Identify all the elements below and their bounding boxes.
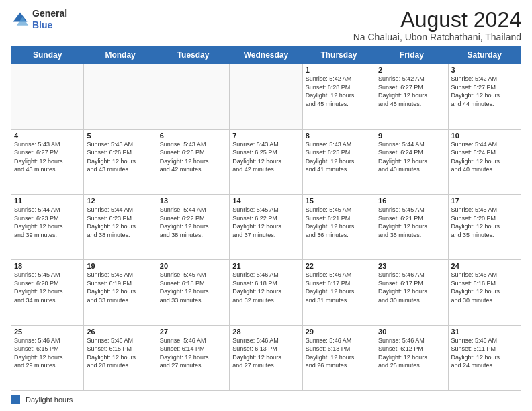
day-number: 10 — [451, 132, 518, 140]
day-info: Sunrise: 5:45 AM Sunset: 6:21 PM Dayligh… — [306, 205, 372, 239]
logo-text: General Blue — [32, 8, 67, 31]
main-title: August 2024 — [353, 8, 521, 32]
day-number: 4 — [14, 132, 81, 140]
day-number: 25 — [14, 328, 81, 336]
day-number: 11 — [14, 197, 81, 205]
calendar-cell: 25Sunrise: 5:46 AM Sunset: 6:15 PM Dayli… — [11, 325, 84, 390]
day-info: Sunrise: 5:44 AM Sunset: 6:24 PM Dayligh… — [451, 140, 518, 174]
calendar-cell: 7Sunrise: 5:43 AM Sunset: 6:25 PM Daylig… — [230, 129, 302, 194]
calendar-cell: 28Sunrise: 5:46 AM Sunset: 6:13 PM Dayli… — [230, 325, 302, 390]
day-info: Sunrise: 5:46 AM Sunset: 6:16 PM Dayligh… — [451, 271, 518, 304]
calendar-cell: 26Sunrise: 5:46 AM Sunset: 6:15 PM Dayli… — [84, 325, 157, 390]
calendar-cell — [84, 64, 157, 129]
calendar-cell: 24Sunrise: 5:46 AM Sunset: 6:16 PM Dayli… — [448, 260, 521, 325]
day-info: Sunrise: 5:44 AM Sunset: 6:23 PM Dayligh… — [14, 205, 81, 239]
calendar-cell: 18Sunrise: 5:45 AM Sunset: 6:20 PM Dayli… — [11, 260, 84, 325]
day-number: 14 — [232, 197, 299, 205]
calendar-cell: 19Sunrise: 5:45 AM Sunset: 6:19 PM Dayli… — [84, 260, 157, 325]
calendar-cell: 21Sunrise: 5:46 AM Sunset: 6:18 PM Dayli… — [230, 260, 302, 325]
day-number: 8 — [306, 132, 372, 140]
legend-label: Daylight hours — [26, 396, 73, 404]
calendar-cell: 9Sunrise: 5:44 AM Sunset: 6:24 PM Daylig… — [375, 129, 448, 194]
calendar-week-1: 1Sunrise: 5:42 AM Sunset: 6:28 PM Daylig… — [11, 64, 521, 129]
day-number: 28 — [232, 328, 299, 336]
day-number: 18 — [14, 262, 81, 270]
day-info: Sunrise: 5:44 AM Sunset: 6:24 PM Dayligh… — [378, 140, 445, 174]
day-number: 12 — [87, 197, 153, 205]
calendar-cell: 27Sunrise: 5:46 AM Sunset: 6:14 PM Dayli… — [157, 325, 229, 390]
calendar-cell: 6Sunrise: 5:43 AM Sunset: 6:26 PM Daylig… — [157, 129, 229, 194]
day-info: Sunrise: 5:46 AM Sunset: 6:12 PM Dayligh… — [378, 336, 445, 370]
logo: General Blue — [11, 8, 67, 31]
day-number: 23 — [378, 262, 445, 270]
page: General Blue August 2024 Na Chaluai, Ubo… — [0, 0, 532, 411]
day-info: Sunrise: 5:45 AM Sunset: 6:19 PM Dayligh… — [87, 271, 153, 304]
logo-icon — [11, 10, 30, 29]
day-info: Sunrise: 5:44 AM Sunset: 6:22 PM Dayligh… — [160, 205, 226, 239]
calendar-week-3: 11Sunrise: 5:44 AM Sunset: 6:23 PM Dayli… — [11, 194, 521, 259]
calendar-cell: 17Sunrise: 5:45 AM Sunset: 6:20 PM Dayli… — [448, 194, 521, 259]
day-number: 30 — [378, 328, 445, 336]
day-info: Sunrise: 5:46 AM Sunset: 6:15 PM Dayligh… — [14, 336, 81, 370]
calendar-cell — [157, 64, 229, 129]
calendar-cell: 12Sunrise: 5:44 AM Sunset: 6:23 PM Dayli… — [84, 194, 157, 259]
calendar-cell: 11Sunrise: 5:44 AM Sunset: 6:23 PM Dayli… — [11, 194, 84, 259]
calendar-week-2: 4Sunrise: 5:43 AM Sunset: 6:27 PM Daylig… — [11, 129, 521, 194]
day-number: 16 — [378, 197, 445, 205]
calendar-cell: 30Sunrise: 5:46 AM Sunset: 6:12 PM Dayli… — [375, 325, 448, 390]
day-info: Sunrise: 5:43 AM Sunset: 6:25 PM Dayligh… — [232, 140, 299, 174]
day-number: 6 — [160, 132, 226, 140]
header: General Blue August 2024 Na Chaluai, Ubo… — [11, 8, 521, 42]
calendar-cell: 4Sunrise: 5:43 AM Sunset: 6:27 PM Daylig… — [11, 129, 84, 194]
calendar-cell: 15Sunrise: 5:45 AM Sunset: 6:21 PM Dayli… — [302, 194, 375, 259]
day-info: Sunrise: 5:45 AM Sunset: 6:22 PM Dayligh… — [232, 205, 299, 239]
day-info: Sunrise: 5:46 AM Sunset: 6:15 PM Dayligh… — [87, 336, 153, 370]
day-info: Sunrise: 5:46 AM Sunset: 6:17 PM Dayligh… — [378, 271, 445, 304]
calendar-cell: 31Sunrise: 5:46 AM Sunset: 6:11 PM Dayli… — [448, 325, 521, 390]
calendar-cell: 29Sunrise: 5:46 AM Sunset: 6:13 PM Dayli… — [302, 325, 375, 390]
subtitle: Na Chaluai, Ubon Ratchathani, Thailand — [353, 32, 521, 42]
day-info: Sunrise: 5:45 AM Sunset: 6:21 PM Dayligh… — [378, 205, 445, 239]
day-number: 21 — [232, 262, 299, 270]
day-info: Sunrise: 5:42 AM Sunset: 6:27 PM Dayligh… — [451, 75, 518, 108]
day-number: 17 — [451, 197, 518, 205]
day-number: 27 — [160, 328, 226, 336]
day-info: Sunrise: 5:44 AM Sunset: 6:23 PM Dayligh… — [87, 205, 153, 239]
calendar-cell: 8Sunrise: 5:43 AM Sunset: 6:25 PM Daylig… — [302, 129, 375, 194]
day-info: Sunrise: 5:46 AM Sunset: 6:17 PM Dayligh… — [306, 271, 372, 304]
calendar-cell: 3Sunrise: 5:42 AM Sunset: 6:27 PM Daylig… — [448, 64, 521, 129]
day-number: 1 — [306, 66, 372, 74]
logo-general: General — [32, 8, 67, 19]
day-number: 20 — [160, 262, 226, 270]
day-number: 29 — [306, 328, 372, 336]
day-info: Sunrise: 5:46 AM Sunset: 6:11 PM Dayligh… — [451, 336, 518, 370]
calendar-cell: 2Sunrise: 5:42 AM Sunset: 6:27 PM Daylig… — [375, 64, 448, 129]
calendar-cell: 22Sunrise: 5:46 AM Sunset: 6:17 PM Dayli… — [302, 260, 375, 325]
day-info: Sunrise: 5:42 AM Sunset: 6:28 PM Dayligh… — [306, 75, 372, 108]
calendar-cell: 20Sunrise: 5:45 AM Sunset: 6:18 PM Dayli… — [157, 260, 229, 325]
calendar-week-5: 25Sunrise: 5:46 AM Sunset: 6:15 PM Dayli… — [11, 325, 521, 390]
day-info: Sunrise: 5:43 AM Sunset: 6:26 PM Dayligh… — [160, 140, 226, 174]
calendar-cell — [11, 64, 84, 129]
calendar-header-thursday: Thursday — [302, 47, 375, 64]
calendar-cell: 5Sunrise: 5:43 AM Sunset: 6:26 PM Daylig… — [84, 129, 157, 194]
day-info: Sunrise: 5:43 AM Sunset: 6:25 PM Dayligh… — [306, 140, 372, 174]
day-number: 31 — [451, 328, 518, 336]
day-info: Sunrise: 5:46 AM Sunset: 6:13 PM Dayligh… — [306, 336, 372, 370]
calendar-cell: 16Sunrise: 5:45 AM Sunset: 6:21 PM Dayli… — [375, 194, 448, 259]
calendar-header-saturday: Saturday — [448, 47, 521, 64]
legend-box-icon — [11, 395, 20, 404]
calendar-week-4: 18Sunrise: 5:45 AM Sunset: 6:20 PM Dayli… — [11, 260, 521, 325]
title-block: August 2024 Na Chaluai, Ubon Ratchathani… — [353, 8, 521, 42]
calendar-cell: 1Sunrise: 5:42 AM Sunset: 6:28 PM Daylig… — [302, 64, 375, 129]
day-info: Sunrise: 5:46 AM Sunset: 6:13 PM Dayligh… — [232, 336, 299, 370]
day-number: 9 — [378, 132, 445, 140]
day-number: 22 — [306, 262, 372, 270]
day-info: Sunrise: 5:45 AM Sunset: 6:20 PM Dayligh… — [451, 205, 518, 239]
day-info: Sunrise: 5:42 AM Sunset: 6:27 PM Dayligh… — [378, 75, 445, 108]
calendar-cell: 10Sunrise: 5:44 AM Sunset: 6:24 PM Dayli… — [448, 129, 521, 194]
calendar-cell: 13Sunrise: 5:44 AM Sunset: 6:22 PM Dayli… — [157, 194, 229, 259]
day-info: Sunrise: 5:46 AM Sunset: 6:14 PM Dayligh… — [160, 336, 226, 370]
calendar-header-row: SundayMondayTuesdayWednesdayThursdayFrid… — [11, 47, 521, 64]
day-number: 5 — [87, 132, 153, 140]
